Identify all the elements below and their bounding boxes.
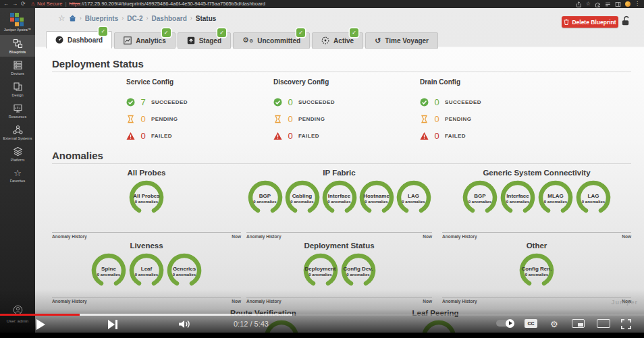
juniper-watermark: Juniper [611, 299, 638, 306]
succeeded-row: 7 SUCCEEDED [126, 94, 261, 111]
anomaly-history-timeline: Anomaly HistoryNow [442, 297, 631, 304]
sidebar-item-platform[interactable]: Platform [0, 143, 35, 165]
hourglass-icon [273, 115, 282, 123]
reload-icon[interactable]: ⟳ [21, 0, 26, 8]
sidebar-item-label: Resources [9, 115, 26, 119]
succeeded-label: SUCCEEDED [298, 99, 335, 105]
juniper-apstra-logo[interactable] [10, 13, 25, 26]
anomaly-gauge-deployment[interactable]: Deployment 0 anomalies [302, 253, 340, 288]
failed-label: FAILED [151, 133, 172, 139]
pending-row: 0 PENDING [273, 111, 408, 128]
pending-count: 0 [287, 114, 294, 124]
tab-label: Uncommitted [257, 37, 300, 45]
group-title: Liveness [52, 242, 241, 250]
sidebar-item-resources[interactable]: Resources [0, 100, 35, 121]
column-header: Service Config [126, 78, 261, 86]
succeeded-label: SUCCEEDED [445, 99, 481, 105]
anomaly-gauge-leaf[interactable]: Leaf 0 anomalies [128, 253, 165, 288]
tab-label: Time Voyager [385, 37, 429, 45]
drain-config-column: Drain Config 0 SUCCEEDED 0 PENDING 0 FAI… [420, 78, 555, 144]
column-header: Drain Config [420, 78, 555, 86]
next-button[interactable] [108, 320, 117, 329]
failed-label: FAILED [445, 133, 466, 139]
anomaly-gauge-bgp[interactable]: BGP 0 anomalies [246, 180, 284, 215]
sidebar-item-blueprints[interactable]: Blueprints [0, 35, 35, 57]
succeeded-count: 0 [287, 97, 294, 107]
anomaly-gauge-hostname[interactable]: Hostname 0 anomalies [358, 180, 395, 215]
time-voyager-history-icon: ↺ [375, 37, 381, 45]
anomaly-gauge-interface[interactable]: Interface 0 anomalies [499, 180, 537, 215]
settings-gear-icon[interactable]: ⚙ [550, 319, 558, 329]
extensions-puzzle-icon[interactable] [595, 1, 601, 7]
section-divider [52, 163, 631, 164]
delete-blueprint-button[interactable]: Delete Blueprint [562, 16, 618, 28]
anomaly-gauge-spine[interactable]: Spine 0 anomalies [90, 253, 128, 288]
share-icon[interactable] [576, 1, 582, 7]
anomaly-gauge-lag[interactable]: LAG 0 anomalies [395, 180, 432, 215]
tab-analytics[interactable]: Analytics ✓ [114, 32, 175, 49]
sidebar-item-design[interactable]: Design [0, 78, 35, 100]
home-icon[interactable] [69, 15, 76, 22]
address-bar[interactable]: https://172.25.90.209/#/blueprints/49925… [70, 0, 265, 8]
favorite-star-icon[interactable]: ☆ [58, 13, 65, 23]
breadcrumb-current: Status [196, 15, 217, 22]
breadcrumb-blueprints[interactable]: Blueprints [85, 15, 118, 22]
back-icon[interactable]: ← [3, 0, 9, 8]
sidebar-item-favorites[interactable]: ☆ Favorites [0, 165, 35, 186]
profile-avatar[interactable] [625, 1, 630, 7]
service-config-column: Service Config 7 SUCCEEDED 0 PENDING 0 F… [126, 78, 261, 144]
reading-list-icon[interactable] [605, 1, 611, 7]
anomaly-history-timeline: Anomaly HistoryNow [52, 297, 241, 304]
tab-uncommitted[interactable]: ⚙⚙ Uncommitted ✓ [233, 32, 310, 49]
hourglass-icon [126, 115, 135, 123]
anomaly-group-ip-fabric: IP Fabric BGP 0 anomalies Cabling 0 anom… [246, 169, 432, 239]
sidebar-item-devices[interactable]: Devices [0, 57, 35, 78]
anomaly-gauge-lag[interactable]: LAG 0 anomalies [574, 180, 612, 215]
warning-triangle-icon [126, 132, 135, 140]
pending-row: 0 PENDING [126, 111, 261, 128]
tab-staged[interactable]: Staged ✓ [178, 32, 231, 49]
devices-icon [13, 60, 23, 70]
anomaly-group-generic-system-connectivity: Generic System Connectivity BGP 0 anomal… [442, 169, 631, 239]
group-title: Other [442, 242, 631, 250]
anomaly-gauge-all-probes[interactable]: All Probes 0 anomalies [128, 180, 165, 215]
sidebar-item-label: Blueprints [9, 50, 26, 54]
tab-time-voyager[interactable]: ↺ Time Voyager [365, 32, 438, 49]
anomaly-gauge-bgp[interactable]: BGP 0 anomalies [461, 180, 499, 215]
uncommitted-gears-icon: ⚙⚙ [242, 36, 253, 45]
logo-text: Juniper Apstra™ [0, 28, 35, 32]
autoplay-toggle[interactable] [496, 320, 514, 327]
pending-count: 0 [140, 114, 146, 124]
fullscreen-button[interactable] [621, 319, 631, 329]
breadcrumb-dc2[interactable]: DC-2 [127, 15, 142, 22]
url-divider: | [65, 0, 67, 8]
miniplayer-button[interactable] [572, 319, 585, 328]
sidebar-item-label: Platform [11, 158, 24, 162]
forward-icon[interactable]: → [12, 0, 18, 8]
anomaly-gauge-config-ren[interactable]: Config Ren. 0 anomalies [518, 253, 556, 288]
anomaly-gauge-mlag[interactable]: MLAG 0 anomalies [537, 180, 574, 215]
column-header: Discovery Config [273, 78, 408, 86]
volume-icon[interactable] [178, 319, 191, 329]
play-button[interactable] [36, 319, 45, 330]
anomaly-gauge-cabling[interactable]: Cabling 0 anomalies [284, 180, 321, 215]
anomaly-group-all-probes: All Probes All Probes 0 anomalies Anomal… [52, 169, 241, 239]
discovery-config-column: Discovery Config 0 SUCCEEDED 0 PENDING 0… [273, 78, 408, 144]
group-title: IP Fabric [246, 169, 432, 177]
anomaly-gauge-config-dev[interactable]: Config Dev. 0 anomalies [340, 253, 377, 288]
captions-button[interactable]: CC [525, 319, 537, 328]
tab-active[interactable]: Active ✓ [312, 32, 363, 49]
bookmark-star-icon[interactable]: ☆ [586, 0, 591, 8]
tab-dashboard[interactable]: Dashboard ✓ [46, 31, 112, 49]
next-bar [115, 320, 117, 329]
anomaly-gauge-generics[interactable]: Generics 0 anomalies [165, 253, 203, 288]
anomaly-gauge-interface[interactable]: Interface 0 anomalies [321, 180, 358, 215]
tab-label: Active [333, 37, 354, 45]
breadcrumb-dashboard[interactable]: Dashboard [152, 15, 187, 22]
sidebar-item-external-systems[interactable]: External Systems [0, 121, 35, 143]
browser-menu-icon[interactable]: ⋮ [635, 0, 640, 8]
check-circle-icon [273, 98, 282, 107]
theater-mode-button[interactable] [597, 319, 610, 328]
unlock-icon[interactable] [621, 16, 631, 26]
side-panel-icon[interactable] [615, 1, 621, 7]
